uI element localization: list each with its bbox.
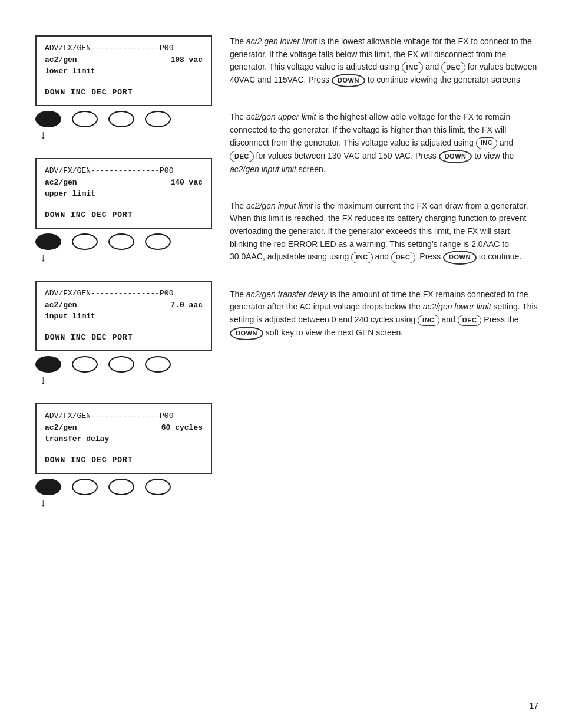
lcd-header-4: ADV/FX/GEN---------------P00 (45, 410, 203, 422)
dec-badge-4: DEC (458, 315, 482, 326)
lcd-header-3: ADV/FX/GEN---------------P00 (45, 288, 203, 299)
softkey-down-1 (35, 111, 61, 127)
down-badge-2: DOWN (439, 150, 472, 163)
screen-section-2: ADV/FX/GEN---------------P00 ac2/gen 140… (35, 158, 212, 263)
lcd-softkeys-3 (35, 356, 212, 373)
softkey-dec-1 (108, 111, 134, 127)
description-1: The ac/2 gen lower limit is the lowest a… (230, 35, 538, 87)
softkey-port-4 (145, 479, 171, 495)
lcd-label-1: ac2/gen (45, 54, 77, 66)
lcd-buttons-4: DOWN INC DEC PORT (45, 451, 203, 467)
lcd-header-text-4: ADV/FX/GEN---------------P00 (45, 410, 173, 422)
inc-badge-2: INC (476, 137, 497, 149)
down-badge-3: DOWN (443, 251, 477, 264)
lcd-header-text-2: ADV/FX/GEN---------------P00 (45, 165, 173, 177)
softkey-port-1 (145, 111, 171, 127)
lcd-screen-3: ADV/FX/GEN---------------P00 ac2/gen 7.0… (35, 281, 212, 351)
screen-section-1: ADV/FX/GEN---------------P00 ac2/gen 108… (35, 35, 212, 140)
lcd-value-4: 60 cycles (161, 422, 203, 434)
lcd-row2-1: lower limit (45, 65, 203, 77)
page-number: 17 (529, 701, 538, 710)
term-upper-limit: ac2/gen upper limit (246, 112, 316, 121)
arrow-down-3: ↓ (40, 374, 212, 386)
term-transfer-delay: ac2/gen transfer delay (246, 289, 328, 299)
description-2: The ac2/gen upper limit is the highest a… (230, 111, 538, 176)
lcd-value-3: 7.0 aac (170, 299, 203, 311)
softkey-inc-2 (72, 233, 98, 250)
softkey-dec-3 (108, 356, 134, 373)
lcd-row2-2: upper limit (45, 188, 203, 200)
lcd-row1-4: ac2/gen 60 cycles (45, 422, 203, 434)
softkey-down-3 (35, 356, 61, 373)
dec-badge-3: DEC (391, 252, 415, 263)
screen-section-4: ADV/FX/GEN---------------P00 ac2/gen 60 … (35, 403, 212, 508)
lcd-screen-2: ADV/FX/GEN---------------P00 ac2/gen 140… (35, 158, 212, 229)
arrow-down-1: ↓ (40, 129, 212, 140)
lcd-row2-4: transfer delay (45, 433, 203, 445)
lcd-screen-4: ADV/FX/GEN---------------P00 ac2/gen 60 … (35, 403, 212, 474)
lcd-label-4: ac2/gen (45, 422, 77, 434)
lcd-header-1: ADV/FX/GEN---------------P00 (45, 42, 203, 54)
lcd-row1-1: ac2/gen 108 vac (45, 54, 203, 66)
arrow-down-2: ↓ (40, 251, 212, 263)
softkey-dec-2 (108, 233, 134, 250)
softkey-inc-1 (72, 111, 98, 127)
term-input-limit-3: ac2/gen input limit (246, 201, 313, 210)
lcd-softkeys-2 (35, 233, 212, 250)
softkey-inc-3 (72, 356, 98, 373)
inc-badge-3: INC (351, 252, 372, 263)
lcd-header-text-1: ADV/FX/GEN---------------P00 (45, 42, 173, 54)
lcd-value-2: 140 vac (170, 177, 203, 189)
lcd-row1-3: ac2/gen 7.0 aac (45, 299, 203, 311)
lcd-row1-2: ac2/gen 140 vac (45, 177, 203, 189)
left-column: ADV/FX/GEN---------------P00 ac2/gen 108… (35, 35, 212, 508)
lcd-header-text-3: ADV/FX/GEN---------------P00 (45, 288, 173, 299)
right-column: The ac/2 gen lower limit is the lowest a… (230, 35, 538, 508)
lcd-row2-3: input limit (45, 311, 203, 322)
softkey-dec-4 (108, 479, 134, 495)
softkey-port-2 (145, 233, 171, 250)
description-4: The ac2/gen transfer delay is the amount… (230, 288, 538, 340)
lcd-buttons-3: DOWN INC DEC PORT (45, 328, 203, 345)
inc-badge-4: INC (418, 315, 439, 326)
lcd-header-2: ADV/FX/GEN---------------P00 (45, 165, 203, 177)
dec-badge-2: DEC (230, 151, 254, 162)
softkey-port-3 (145, 356, 171, 373)
arrow-down-4: ↓ (40, 496, 212, 508)
lcd-softkeys-1 (35, 111, 212, 127)
term-lower-limit-4: ac2/gen lower limit (423, 302, 491, 311)
lcd-value-1: 108 vac (170, 54, 203, 66)
softkey-down-4 (35, 479, 61, 495)
lcd-buttons-1: DOWN INC DEC PORT (45, 83, 203, 100)
screen-section-3: ADV/FX/GEN---------------P00 ac2/gen 7.0… (35, 281, 212, 386)
dec-badge-1: DEC (441, 62, 465, 73)
down-badge-1: DOWN (332, 74, 365, 87)
lcd-softkeys-4 (35, 479, 212, 495)
term-input-limit: ac2/gen input limit (230, 164, 296, 174)
page-container: ADV/FX/GEN---------------P00 ac2/gen 108… (0, 0, 562, 543)
softkey-inc-4 (72, 479, 98, 495)
down-badge-4: DOWN (230, 327, 263, 340)
lcd-buttons-2: DOWN INC DEC PORT (45, 206, 203, 222)
softkey-down-2 (35, 233, 61, 250)
lcd-screen-1: ADV/FX/GEN---------------P00 ac2/gen 108… (35, 35, 212, 106)
lcd-label-2: ac2/gen (45, 177, 77, 189)
description-3: The ac2/gen input limit is the maximum c… (230, 200, 538, 265)
lcd-label-3: ac2/gen (45, 299, 77, 311)
term-lower-limit: ac/2 gen lower limit (246, 37, 317, 46)
inc-badge-1: INC (402, 62, 423, 73)
